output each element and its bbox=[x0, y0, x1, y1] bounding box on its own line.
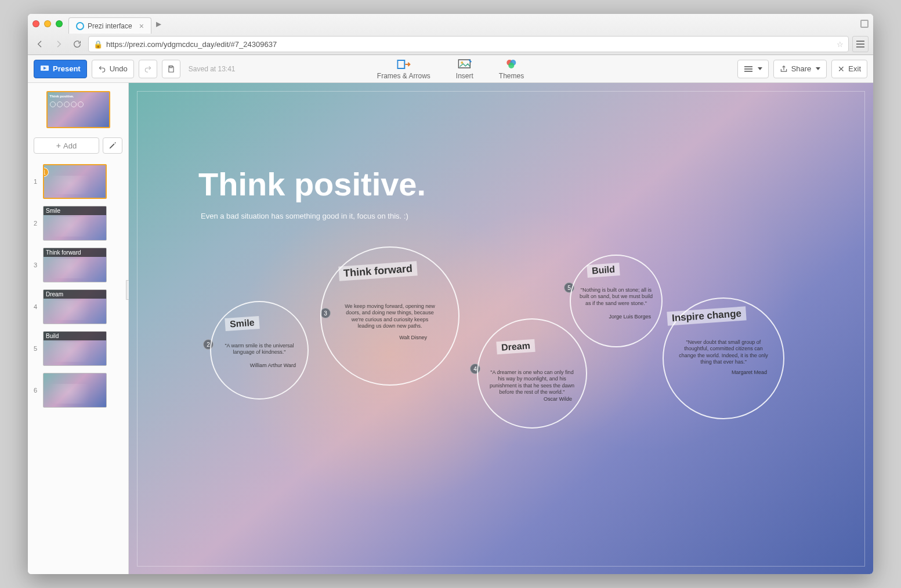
path-thumbnail[interactable] bbox=[43, 373, 107, 408]
bubble-author: Margaret Mead bbox=[732, 369, 767, 375]
add-path-button[interactable]: + Add bbox=[34, 137, 99, 154]
overview-title: Think positive. bbox=[50, 95, 107, 98]
menu-lines-icon bbox=[744, 66, 753, 72]
path-thumbnail[interactable]: Smile bbox=[43, 206, 107, 241]
path-thumbnail[interactable]: Think forward bbox=[43, 248, 107, 282]
back-button[interactable] bbox=[32, 37, 48, 52]
svg-rect-2 bbox=[397, 60, 404, 68]
path-thumbnail[interactable]: Dream bbox=[43, 289, 107, 324]
step-number: 3 bbox=[31, 262, 39, 268]
close-tab-icon[interactable]: × bbox=[139, 21, 144, 31]
maximize-icon[interactable] bbox=[860, 20, 869, 28]
reload-button[interactable] bbox=[70, 37, 85, 52]
path-step[interactable]: 5 Build bbox=[31, 331, 125, 366]
bubble-quote: "Nothing is built on stone; all is built… bbox=[579, 287, 653, 307]
step-number: 1 bbox=[31, 178, 39, 185]
page-title[interactable]: Think positive. bbox=[198, 165, 426, 203]
path-sidebar: Think positive. + Add 1 1 bbox=[28, 83, 129, 574]
lock-icon: 🔒 bbox=[93, 40, 103, 49]
path-step[interactable]: 4 Dream bbox=[31, 289, 125, 324]
forward-button[interactable] bbox=[51, 37, 66, 52]
bubble-build[interactable]: Build "Nothing is built on stone; all is… bbox=[570, 255, 663, 347]
share-button[interactable]: Share bbox=[773, 60, 827, 78]
bubble-quote: "A warm smile is the universal language … bbox=[220, 343, 298, 356]
new-tab-button[interactable]: ▸ bbox=[156, 17, 161, 30]
insert-icon bbox=[458, 58, 472, 71]
path-step[interactable]: 6 bbox=[31, 373, 125, 408]
path-step[interactable]: 2 Smile bbox=[31, 206, 125, 241]
bubble-think-forward[interactable]: Think forward We keep moving forward, op… bbox=[320, 246, 459, 386]
step-number: 2 bbox=[31, 220, 39, 227]
bubble-quote: We keep moving forward, opening new door… bbox=[345, 303, 435, 329]
browser-tab[interactable]: Prezi interface × bbox=[68, 17, 151, 34]
save-button[interactable] bbox=[162, 60, 180, 78]
bubble-quote: "A dreamer is one who can only find his … bbox=[489, 369, 576, 395]
chevron-down-icon bbox=[758, 67, 762, 70]
frames-icon bbox=[397, 58, 411, 71]
present-icon bbox=[40, 65, 49, 73]
thumb-label: Dream bbox=[44, 290, 106, 299]
path-step[interactable]: 1 1 bbox=[31, 164, 125, 199]
insert-button[interactable]: Insert bbox=[456, 58, 473, 80]
share-label: Share bbox=[791, 64, 812, 73]
path-list: 1 1 2 Smile 3 Think forward 4 Dream bbox=[28, 161, 128, 411]
favicon-icon bbox=[76, 22, 84, 30]
exit-button[interactable]: ✕ Exit bbox=[831, 60, 867, 78]
bubble-author: Jorge Luis Borges bbox=[609, 314, 651, 320]
bubble-label: Dream bbox=[496, 339, 535, 355]
add-label: Add bbox=[63, 141, 77, 150]
zoom-window-icon[interactable] bbox=[56, 20, 63, 27]
bubble-author: Walt Disney bbox=[399, 335, 427, 340]
editor-canvas[interactable]: Think positive. Even a bad situation has… bbox=[129, 83, 873, 574]
tab-title: Prezi interface bbox=[88, 22, 132, 30]
edit-path-button[interactable] bbox=[103, 137, 122, 154]
path-thumbnail[interactable]: Build bbox=[43, 331, 107, 366]
minimize-window-icon[interactable] bbox=[44, 20, 51, 27]
path-thumbnail[interactable]: 1 bbox=[43, 164, 107, 199]
bubble-quote: "Never doubt that small group of thought… bbox=[676, 339, 770, 365]
overview-thumbnail[interactable]: Think positive. bbox=[46, 91, 110, 128]
browser-menu-button[interactable] bbox=[852, 36, 869, 52]
bubble-label: Smile bbox=[225, 316, 259, 331]
bookmark-star-icon[interactable]: ☆ bbox=[837, 40, 844, 49]
path-step[interactable]: 3 Think forward bbox=[31, 248, 125, 282]
themes-icon bbox=[505, 58, 519, 71]
share-icon bbox=[780, 65, 788, 73]
themes-button[interactable]: Themes bbox=[499, 58, 524, 80]
close-window-icon[interactable] bbox=[32, 20, 39, 27]
thumb-label: Think forward bbox=[44, 248, 106, 257]
thumb-label: Build bbox=[44, 332, 106, 340]
subtitle-text[interactable]: Even a bad situation has something good … bbox=[201, 212, 408, 220]
window-controls bbox=[32, 20, 63, 27]
bubble-dream[interactable]: Dream "A dreamer is one who can only fin… bbox=[477, 318, 587, 429]
undo-label: Undo bbox=[110, 64, 128, 73]
insert-label: Insert bbox=[456, 72, 473, 80]
bubble-author: William Arthur Ward bbox=[250, 362, 296, 368]
frames-arrows-button[interactable]: Frames & Arrows bbox=[377, 58, 430, 80]
bubble-inspire-change[interactable]: Inspire change "Never doubt that small g… bbox=[663, 297, 784, 419]
bubble-smile[interactable]: Smile "A warm smile is the universal lan… bbox=[210, 301, 309, 400]
svg-rect-1 bbox=[169, 66, 172, 67]
step-number: 5 bbox=[31, 345, 39, 352]
frames-label: Frames & Arrows bbox=[377, 72, 430, 80]
settings-menu-button[interactable] bbox=[737, 60, 769, 78]
redo-icon bbox=[144, 65, 152, 73]
close-icon: ✕ bbox=[838, 64, 845, 74]
browser-window: Prezi interface × ▸ 🔒 https://prezi.com/… bbox=[28, 14, 873, 574]
present-button[interactable]: Present bbox=[34, 60, 87, 78]
undo-icon bbox=[98, 65, 106, 73]
undo-button[interactable]: Undo bbox=[92, 60, 134, 78]
redo-button[interactable] bbox=[139, 60, 157, 78]
step-number: 6 bbox=[31, 387, 39, 394]
thumb-label: Smile bbox=[44, 206, 106, 215]
bubble-author: Oscar Wilde bbox=[544, 396, 572, 402]
pencil-icon bbox=[108, 141, 117, 150]
title-text: Think positive. bbox=[198, 165, 426, 203]
svg-point-7 bbox=[509, 63, 515, 68]
save-status: Saved at 13:41 bbox=[189, 65, 236, 73]
url-text: https://prezi.com/ydgmcdcu_day/edit/#7_2… bbox=[106, 40, 277, 49]
bubble-label: Think forward bbox=[338, 261, 417, 281]
address-bar[interactable]: 🔒 https://prezi.com/ydgmcdcu_day/edit/#7… bbox=[88, 36, 849, 52]
svg-point-4 bbox=[461, 61, 463, 64]
step-number: 4 bbox=[31, 303, 39, 310]
